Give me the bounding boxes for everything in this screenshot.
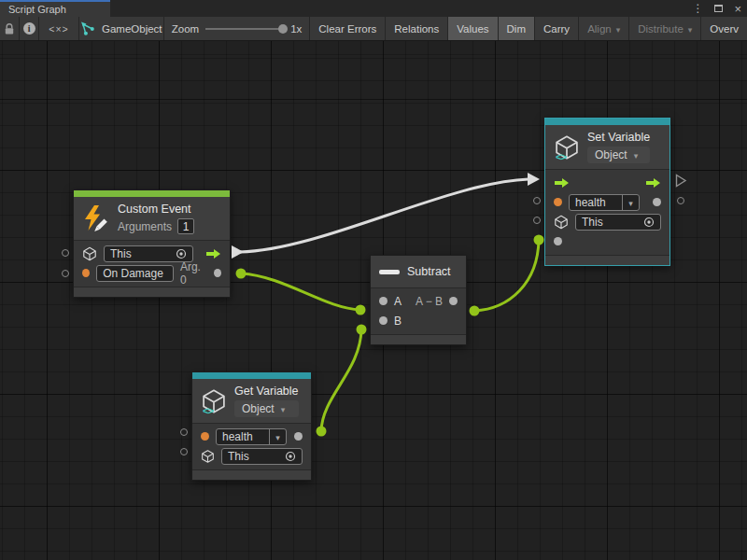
- carry-toggle[interactable]: Carry: [534, 17, 578, 40]
- script-graph-window: Script Graph i <×> GameObje: [0, 0, 747, 560]
- unconnected-port[interactable]: [533, 217, 541, 224]
- node-footer: [545, 255, 669, 265]
- b-input-port[interactable]: [379, 316, 388, 325]
- script-graph-icon: [80, 21, 95, 35]
- node-title: Set Variable: [587, 131, 650, 144]
- object-variable-icon: <>: [201, 388, 227, 414]
- variable-name-dropdown[interactable]: health: [216, 428, 287, 445]
- dim-toggle[interactable]: Dim: [498, 17, 534, 40]
- tab-script-graph[interactable]: Script Graph: [0, 0, 110, 17]
- relations-button[interactable]: Relations: [385, 17, 447, 40]
- node-footer: [371, 334, 466, 344]
- chevron-down-icon: [616, 23, 621, 35]
- node-get-variable[interactable]: <> Get Variable Object health: [191, 371, 312, 481]
- maximize-icon[interactable]: [714, 5, 723, 12]
- variable-accent-strip: [545, 119, 669, 125]
- value-output-port[interactable]: [653, 198, 661, 206]
- variable-name-dropdown[interactable]: health: [569, 194, 640, 211]
- target-picker-icon[interactable]: [643, 217, 655, 228]
- flow-output-port[interactable]: [645, 177, 661, 189]
- b-label: B: [394, 315, 402, 328]
- variable-kind-dropdown[interactable]: Object: [234, 400, 299, 417]
- cube-icon: [201, 449, 215, 464]
- flow-output-port[interactable]: [205, 248, 221, 259]
- zoom-label: Zoom: [172, 23, 199, 35]
- event-input-port[interactable]: [82, 269, 90, 277]
- new-value-row: [545, 231, 669, 251]
- variable-kind-dropdown[interactable]: Object: [587, 147, 650, 163]
- target-row: This: [545, 212, 669, 231]
- input-a-row: A A − B: [371, 291, 466, 311]
- arg-0-label: Arg. 0: [180, 260, 207, 287]
- node-title: Subtract: [407, 265, 451, 278]
- variable-name-row: health: [192, 427, 311, 446]
- node-custom-event[interactable]: Custom Event Arguments 1 This: [73, 189, 231, 298]
- value-output-port[interactable]: [294, 432, 303, 441]
- result-label: A − B: [416, 295, 443, 308]
- info-icon: i: [23, 22, 35, 35]
- this-target-field[interactable]: This: [221, 448, 303, 465]
- close-icon[interactable]: [734, 3, 741, 15]
- input-b-row: B: [371, 311, 466, 330]
- node-title: Custom Event: [118, 203, 194, 216]
- subtract-icon: [379, 270, 400, 274]
- zoom-value: 1x: [290, 23, 302, 35]
- zoom-control: Zoom 1x: [164, 17, 310, 40]
- cube-icon: [82, 246, 97, 261]
- event-row: On Damage Arg. 0: [74, 263, 230, 283]
- unconnected-port[interactable]: [533, 197, 541, 204]
- new-value-input-port[interactable]: [554, 237, 562, 245]
- unconnected-port[interactable]: [677, 197, 684, 204]
- arguments-count-field[interactable]: 1: [177, 218, 194, 234]
- target-picker-icon[interactable]: [285, 451, 296, 462]
- target-picker-icon[interactable]: [176, 248, 187, 259]
- name-input-port[interactable]: [554, 198, 562, 206]
- lock-button[interactable]: [0, 17, 20, 40]
- window-menu-icon[interactable]: [692, 3, 703, 14]
- event-name-field[interactable]: On Damage: [96, 265, 174, 282]
- a-input-port[interactable]: [379, 297, 388, 305]
- chevron-down-icon: [281, 402, 286, 415]
- gameobject-context-button[interactable]: GameObject: [79, 17, 164, 40]
- result-output-port[interactable]: [449, 297, 458, 305]
- lock-icon: [3, 22, 16, 35]
- arg-0-output-port[interactable]: [214, 269, 221, 277]
- variable-accent-strip: [192, 372, 311, 379]
- unconnected-port[interactable]: [62, 249, 69, 257]
- unconnected-port[interactable]: [180, 428, 188, 436]
- object-variable-icon: <>: [554, 134, 580, 161]
- node-footer: [192, 469, 311, 480]
- overview-button[interactable]: Overv: [700, 17, 747, 40]
- flow-row: [545, 173, 669, 192]
- a-label: A: [394, 295, 402, 308]
- this-target-field[interactable]: This: [575, 214, 661, 231]
- unconnected-flow-port[interactable]: [675, 174, 687, 188]
- chevron-down-icon: [628, 196, 633, 209]
- code-preview-button[interactable]: <×>: [39, 17, 79, 40]
- clear-errors-button[interactable]: Clear Errors: [309, 17, 385, 40]
- chevron-down-icon: [634, 148, 639, 161]
- arguments-label: Arguments: [118, 220, 172, 233]
- node-set-variable[interactable]: <> Set Variable Object: [544, 118, 670, 266]
- unconnected-port[interactable]: [180, 448, 188, 455]
- event-accent-strip: [74, 190, 230, 197]
- zoom-slider[interactable]: [205, 28, 284, 30]
- info-button[interactable]: i: [20, 17, 39, 40]
- graph-toolbar: i <×> GameObject Zoom 1x Clear Errors Re…: [0, 17, 747, 41]
- node-footer: [74, 287, 230, 297]
- target-row: This: [192, 446, 311, 466]
- title-bar: Script Graph: [0, 0, 747, 17]
- node-subtract[interactable]: Subtract A A − B B: [370, 255, 467, 345]
- name-input-port[interactable]: [201, 432, 209, 441]
- flow-input-port[interactable]: [554, 177, 570, 189]
- node-title: Get Variable: [234, 385, 299, 398]
- variable-name-row: health: [545, 192, 669, 212]
- chevron-down-icon: [688, 23, 693, 35]
- align-dropdown[interactable]: Align: [578, 17, 628, 40]
- zoom-slider-handle[interactable]: [278, 24, 288, 34]
- gameobject-label: GameObject: [102, 23, 162, 35]
- values-toggle[interactable]: Values: [447, 17, 497, 40]
- distribute-dropdown[interactable]: Distribute: [628, 17, 700, 40]
- custom-event-icon: [82, 204, 110, 232]
- unconnected-port[interactable]: [62, 270, 69, 277]
